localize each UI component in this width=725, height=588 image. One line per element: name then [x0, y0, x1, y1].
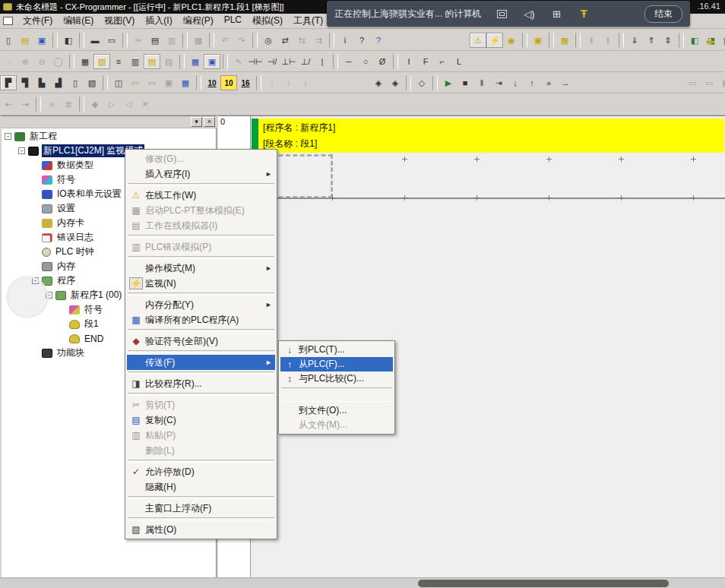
find-replace-icon[interactable]: ⇄	[277, 33, 293, 48]
show-io-comment-icon[interactable]: ◫	[110, 75, 127, 90]
window-monitor-icon[interactable]: ▬	[702, 33, 719, 48]
tree-expander-icon[interactable]: -	[18, 147, 25, 154]
menu-item-compile-all-plc-programs[interactable]: ▦ 编译所有的PLC程序(A)	[127, 312, 275, 327]
workspace-close-button[interactable]: ×	[204, 117, 215, 127]
pause-monitor-icon[interactable]: ▣	[530, 33, 546, 48]
hex-display-icon[interactable]: 16	[237, 75, 254, 90]
menu-item-work-online[interactable]: ⚠ 在线工作(W)	[127, 188, 275, 203]
or-closed-contact-icon[interactable]: ⊥/	[297, 54, 314, 69]
about-icon[interactable]: i	[337, 33, 353, 48]
menu-file[interactable]: 文件(F)	[17, 13, 58, 29]
copy-icon[interactable]: ▤	[147, 33, 163, 48]
menu-item-operating-mode[interactable]: 操作模式(M) ►	[127, 261, 275, 276]
sim-scan-run-icon[interactable]: →	[557, 75, 574, 90]
toggle-watch-window-icon[interactable]: ▙	[33, 75, 50, 90]
toggle-output-window-icon[interactable]: ▜	[17, 75, 33, 90]
coil-icon[interactable]: ○	[357, 54, 374, 69]
menu-item-compare-program[interactable]: ◨ 比较程序(R)...	[127, 376, 275, 391]
toggle-local-symbol-window-icon[interactable]: ▯	[67, 75, 84, 90]
sim-step-run-icon[interactable]: ⇥	[490, 75, 507, 90]
grid-icon[interactable]: ▦	[77, 54, 93, 69]
function-block-invoke-icon[interactable]: F	[417, 54, 434, 69]
menu-view[interactable]: 视图(V)	[99, 13, 140, 29]
invert-icon[interactable]: ⌐	[434, 54, 451, 69]
show-rungs-icon[interactable]: ▥	[127, 54, 144, 69]
data-trace-icon[interactable]: ▦	[177, 75, 194, 90]
compile-check-icon[interactable]: ◧	[60, 33, 77, 48]
menu-plc[interactable]: PLC	[219, 13, 247, 29]
show-symbol-bar-icon[interactable]: ≡	[110, 54, 127, 69]
label-icon[interactable]: L	[451, 54, 467, 69]
monitor-mode-icon[interactable]: ⚡	[486, 33, 503, 48]
overlay-collapse-button[interactable]	[6, 276, 49, 318]
or-contact-icon[interactable]: ⊥⊢	[280, 54, 297, 69]
print-preview-icon[interactable]: ▭	[103, 33, 120, 48]
monitor-data-icon[interactable]: ▦	[187, 54, 204, 69]
sim-step-out-icon[interactable]: ↑	[524, 75, 540, 90]
context-help-icon[interactable]: ?	[370, 33, 387, 48]
menu-item-verify-symbols-all[interactable]: ◆ 验证符号(全部)(V)	[127, 334, 275, 349]
signed-decimal-display-icon[interactable]: 10	[220, 75, 237, 90]
open-file-icon[interactable]: ▤	[17, 33, 33, 48]
monitor-watch-icon[interactable]: ◉	[503, 33, 520, 48]
sim-run-icon[interactable]: ▶	[440, 75, 457, 90]
menu-program[interactable]: 编程(P)	[178, 13, 219, 29]
menu-item-hide[interactable]: 隐藏(H)	[127, 479, 275, 495]
submenu-item-from-plc[interactable]: ↑ 从PLC(F)...	[280, 357, 393, 371]
submenu-item-to-plc[interactable]: ↓ 到PLC(T)...	[280, 343, 393, 357]
toggle-cross-ref-window-icon[interactable]: ▟	[50, 75, 67, 90]
fullscreen-icon[interactable]	[495, 8, 508, 20]
submenu-item-compare-with-plc[interactable]: ↕ 与PLC比较(C)...	[280, 371, 393, 386]
transfer-from-plc-icon[interactable]: ⇑	[643, 33, 660, 48]
monitor-select-icon[interactable]: ⊞	[549, 8, 563, 20]
menu-item-allow-docking[interactable]: ✓ 允许停放(D)	[127, 464, 275, 479]
sim-mode-icon[interactable]: ◇	[413, 75, 430, 90]
bottom-scrollbar[interactable]	[0, 577, 725, 588]
closed-coil-icon[interactable]: Ø	[374, 54, 391, 69]
instruction-icon[interactable]: I	[400, 54, 417, 69]
horizontal-line-icon[interactable]: ─	[340, 54, 357, 69]
speaker-icon[interactable]: ◁)	[522, 8, 536, 20]
decimal-display-icon[interactable]: 10	[204, 75, 220, 90]
new-file-icon[interactable]: ▯	[0, 33, 17, 48]
end-session-button[interactable]: 结束	[644, 5, 682, 23]
menu-edit[interactable]: 编辑(E)	[58, 13, 99, 29]
menu-item-copy[interactable]: ▤ 复制(C)	[127, 413, 275, 428]
menu-insert[interactable]: 插入(I)	[140, 13, 177, 29]
menu-simulation[interactable]: 模拟(S)	[247, 13, 288, 29]
sim-continuous-step-icon[interactable]: »	[540, 75, 557, 90]
sim-debug-icon[interactable]: ◈	[370, 75, 387, 90]
menu-item-properties[interactable]: ▧ 属性(O)	[127, 522, 275, 537]
toggle-project-window-icon[interactable]: ▛	[0, 75, 17, 90]
sim-breakpoint-icon[interactable]: ◈	[387, 75, 404, 90]
menu-item-monitor[interactable]: ⚡ 监视(N)	[127, 276, 275, 291]
help-icon[interactable]: ?	[353, 33, 370, 48]
find-icon[interactable]: ◎	[260, 33, 277, 48]
menu-item-insert-program[interactable]: 插入程序(I) ►	[127, 166, 275, 182]
sim-step-in-icon[interactable]: ↓	[507, 75, 524, 90]
tree-expander-icon[interactable]: -	[5, 133, 11, 140]
submenu-item-to-file[interactable]: 到文件(O)...	[280, 403, 393, 418]
transfer-to-plc-icon[interactable]: ⇓	[626, 33, 643, 48]
workspace-pin-button[interactable]: ▾	[191, 117, 202, 127]
show-comments-icon[interactable]: ▤	[144, 54, 160, 69]
ct-view-icon[interactable]: ▣	[204, 54, 220, 69]
menu-item-transfer[interactable]: 传送(F) ►	[127, 355, 275, 370]
closed-contact-icon[interactable]: ⊣/	[264, 54, 280, 69]
work-online-icon[interactable]: ⚠	[470, 33, 486, 48]
scrollbar-thumb[interactable]	[418, 580, 669, 587]
menu-item-memory-allocation[interactable]: 内存分配(Y) ►	[127, 297, 275, 312]
print-icon[interactable]: ▬	[87, 33, 103, 48]
menu-tools[interactable]: 工具(T)	[288, 13, 328, 29]
show-rung-annotation-icon[interactable]: ▧	[93, 54, 110, 69]
online-edit-begin-icon[interactable]: ◧	[686, 33, 703, 48]
vertical-line-icon[interactable]: |	[314, 54, 331, 69]
sim-stop-icon[interactable]: ■	[457, 75, 473, 90]
window-watch-icon[interactable]: ▥	[719, 33, 725, 48]
sim-pause-icon[interactable]: ‖	[473, 75, 490, 90]
contact-icon[interactable]: ⊣⊢	[247, 54, 264, 69]
online-simulator-icon[interactable]: ▦	[556, 33, 573, 48]
annotation-pen-icon[interactable]: Ŧ	[577, 8, 590, 20]
menu-item-float-in-main-window[interactable]: 主窗口上浮动(F)	[127, 501, 275, 516]
tree-item-new-project[interactable]: - 新工程	[2, 129, 217, 144]
